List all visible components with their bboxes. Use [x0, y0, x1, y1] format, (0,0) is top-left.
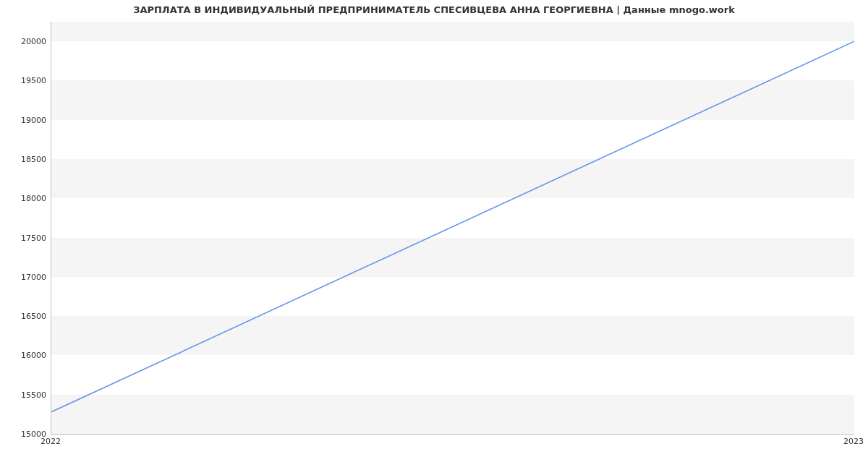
y-tick-label: 18500 [0, 155, 46, 164]
y-tick-label: 18000 [0, 194, 46, 203]
chart-container: ЗАРПЛАТА В ИНДИВИДУАЛЬНЫЙ ПРЕДПРИНИМАТЕЛ… [0, 0, 868, 470]
x-tick-label: 2022 [41, 437, 61, 446]
x-tick-label: 2023 [843, 437, 864, 446]
y-tick-label: 17500 [0, 233, 46, 242]
x-axis-ticks: 20222023 [51, 437, 854, 451]
y-tick-label: 17000 [0, 272, 46, 281]
line-series [51, 22, 854, 434]
y-tick-label: 16500 [0, 312, 46, 321]
chart-title: ЗАРПЛАТА В ИНДИВИДУАЛЬНЫЙ ПРЕДПРИНИМАТЕЛ… [0, 4, 868, 15]
plot-area [51, 22, 854, 435]
y-axis-ticks: 1500015500160001650017000175001800018500… [0, 22, 46, 434]
y-tick-label: 20000 [0, 37, 46, 46]
y-tick-label: 19500 [0, 76, 46, 85]
data-line [51, 41, 854, 412]
y-tick-label: 15000 [0, 430, 46, 439]
y-tick-label: 16000 [0, 351, 46, 360]
y-tick-label: 15500 [0, 390, 46, 399]
y-tick-label: 19000 [0, 115, 46, 124]
